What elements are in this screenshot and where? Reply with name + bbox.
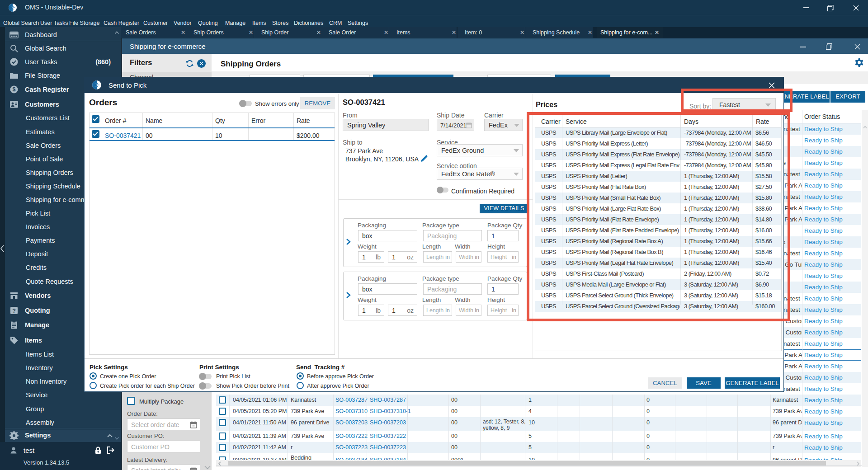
svg-text:?: ? <box>12 308 16 314</box>
svg-text:$: $ <box>13 86 16 93</box>
